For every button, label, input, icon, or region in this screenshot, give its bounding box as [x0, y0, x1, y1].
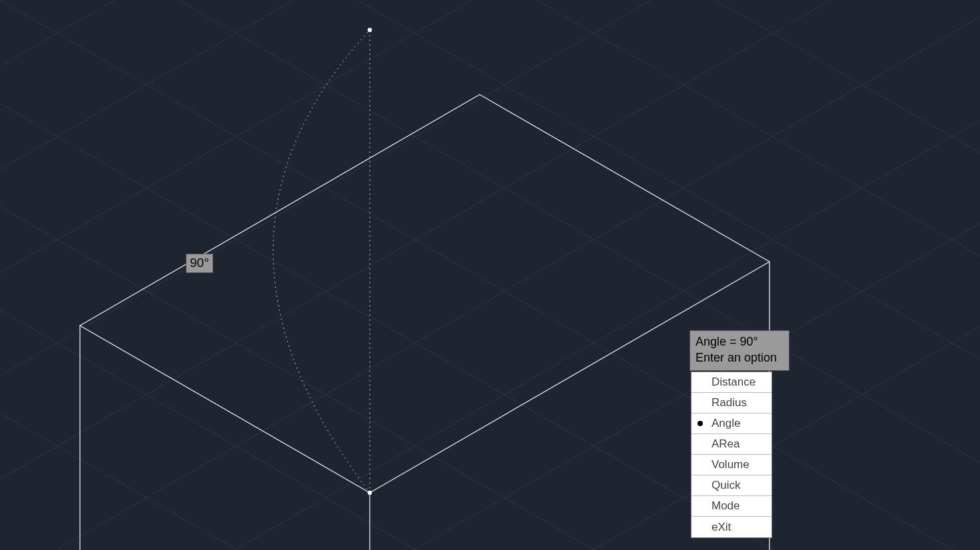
- option-label: Angle: [712, 417, 740, 430]
- svg-line-14: [0, 0, 980, 550]
- option-angle[interactable]: Angle: [692, 413, 771, 434]
- option-menu[interactable]: Distance Radius Angle ARea Volume Quick …: [691, 372, 772, 538]
- svg-line-3: [0, 233, 980, 550]
- option-label: Mode: [712, 499, 740, 513]
- svg-line-4: [0, 336, 980, 550]
- svg-line-9: [0, 0, 980, 40]
- cube-wireframe: [80, 95, 769, 550]
- option-label: Quick: [712, 479, 740, 492]
- arc-measure: [273, 28, 372, 495]
- svg-line-17: [0, 174, 980, 550]
- svg-point-23: [368, 28, 372, 32]
- tooltip-line2: Enter an option: [696, 350, 783, 366]
- option-label: eXit: [712, 521, 731, 534]
- option-exit[interactable]: eXit: [692, 517, 771, 537]
- option-area[interactable]: ARea: [692, 434, 771, 455]
- tooltip-line1: Angle = 90°: [696, 334, 783, 350]
- svg-line-1: [0, 27, 980, 550]
- option-label: Radius: [712, 396, 747, 410]
- svg-line-12: [0, 0, 980, 350]
- svg-line-15: [0, 0, 980, 550]
- option-mode[interactable]: Mode: [692, 496, 771, 517]
- svg-line-6: [0, 0, 980, 409]
- option-label: Distance: [712, 376, 755, 389]
- grid: [0, 0, 980, 550]
- svg-line-8: [0, 0, 980, 202]
- svg-line-0: [0, 0, 980, 550]
- command-tooltip: Angle = 90° Enter an option: [690, 330, 789, 371]
- option-distance[interactable]: Distance: [692, 372, 771, 393]
- svg-point-24: [368, 491, 372, 495]
- drawing-canvas[interactable]: [0, 0, 980, 550]
- svg-line-10: [0, 0, 980, 143]
- svg-line-7: [0, 0, 980, 306]
- option-radius[interactable]: Radius: [692, 393, 771, 413]
- option-volume[interactable]: Volume: [692, 455, 771, 475]
- svg-line-2: [0, 130, 980, 550]
- selected-dot-icon: [698, 421, 703, 426]
- option-quick[interactable]: Quick: [692, 475, 771, 496]
- option-label: Volume: [712, 458, 749, 471]
- svg-line-18: [0, 277, 980, 550]
- option-label: ARea: [712, 437, 740, 451]
- svg-line-11: [0, 0, 980, 246]
- angle-readout: 90°: [186, 254, 213, 273]
- svg-line-16: [0, 71, 980, 550]
